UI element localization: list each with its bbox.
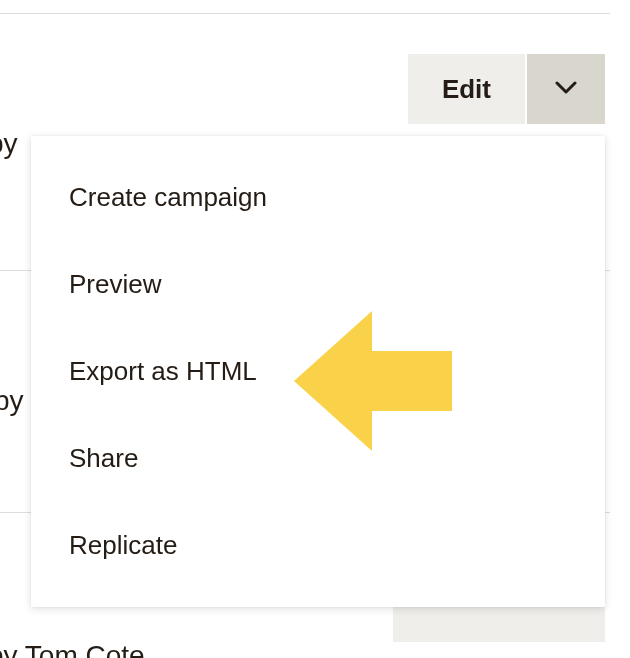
edit-button[interactable]: Edit xyxy=(408,54,525,124)
author-text: by xyxy=(0,128,18,160)
button-placeholder xyxy=(393,607,605,642)
dropdown-item-replicate[interactable]: Replicate xyxy=(31,502,605,589)
edit-button-label: Edit xyxy=(442,74,491,105)
dropdown-item-create-campaign[interactable]: Create campaign xyxy=(31,154,605,241)
dropdown-item-label: Replicate xyxy=(69,530,177,561)
dropdown-toggle-button[interactable] xyxy=(527,54,605,124)
author-text: by Tom Cote xyxy=(0,640,145,658)
edit-button-group: Edit xyxy=(408,54,605,124)
dropdown-item-share[interactable]: Share xyxy=(31,415,605,502)
dropdown-item-label: Preview xyxy=(69,269,161,300)
dropdown-item-label: Create campaign xyxy=(69,182,267,213)
dropdown-menu: Create campaign Preview Export as HTML S… xyxy=(31,136,605,607)
dropdown-item-preview[interactable]: Preview xyxy=(31,241,605,328)
dropdown-item-export-as-html[interactable]: Export as HTML xyxy=(31,328,605,415)
chevron-down-icon xyxy=(555,81,577,98)
author-text: by xyxy=(0,385,24,417)
dropdown-item-label: Share xyxy=(69,443,138,474)
dropdown-item-label: Export as HTML xyxy=(69,356,257,387)
